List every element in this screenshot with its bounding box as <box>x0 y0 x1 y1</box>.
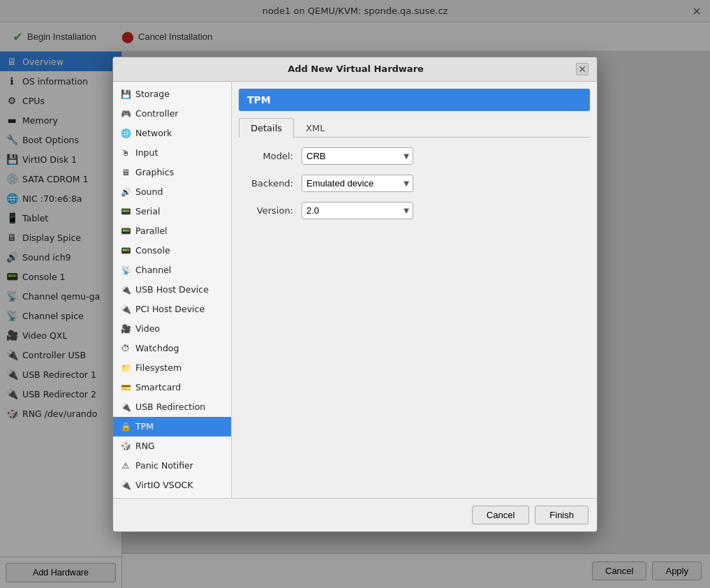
hw-icon-panic-notifier: ⚠ <box>120 460 131 471</box>
backend-row: Backend: Emulated device Passthrough dev… <box>239 175 590 192</box>
hw-item-parallel[interactable]: 📟Parallel <box>113 221 231 241</box>
hw-item-network[interactable]: 🌐Network <box>113 124 231 143</box>
hw-icon-rng: 🎲 <box>120 441 131 452</box>
hw-icon-video: 🎥 <box>120 323 131 335</box>
hw-label-virtio-vsock: VirtIO VSOCK <box>135 480 193 490</box>
hw-label-serial: Serial <box>135 206 160 216</box>
hw-item-pci-host-device[interactable]: 🔌PCI Host Device <box>113 300 231 319</box>
hw-item-rng[interactable]: 🎲RNG <box>113 436 231 456</box>
hw-item-virtio-vsock[interactable]: 🔌VirtIO VSOCK <box>113 476 231 495</box>
hw-icon-usb-host-device: 🔌 <box>120 284 131 295</box>
hw-item-storage[interactable]: 💾Storage <box>113 84 231 104</box>
hw-label-panic-notifier: Panic Notifier <box>135 460 193 471</box>
hardware-list: 💾Storage🎮Controller🌐Network🖱Input🖥Graphi… <box>113 82 232 498</box>
hw-icon-parallel: 📟 <box>120 226 131 237</box>
hw-label-video: Video <box>135 323 160 334</box>
model-select-wrapper: CRB TIS <box>302 147 413 165</box>
hw-label-input: Input <box>135 147 158 158</box>
hw-icon-storage: 💾 <box>120 89 131 100</box>
modal-title-bar: Add New Virtual Hardware ✕ <box>113 57 597 82</box>
modal-body: 💾Storage🎮Controller🌐Network🖱Input🖥Graphi… <box>113 82 597 498</box>
hw-label-smartcard: Smartcard <box>135 382 181 392</box>
selected-hw-header: TPM <box>239 89 590 111</box>
version-row: Version: 2.0 1.2 <box>239 202 590 219</box>
hw-icon-smartcard: 💳 <box>120 382 131 393</box>
hw-label-usb-host-device: USB Host Device <box>135 284 209 295</box>
hw-label-storage: Storage <box>135 89 170 99</box>
hw-label-console: Console <box>135 245 170 256</box>
hw-icon-console: 📟 <box>120 245 131 256</box>
hw-item-usb-redirection[interactable]: 🔌USB Redirection <box>113 397 231 417</box>
modal-finish-button[interactable]: Finish <box>535 506 589 524</box>
modal-title: Add New Virtual Hardware <box>135 64 576 74</box>
hw-icon-usb-redirection: 🔌 <box>120 402 131 413</box>
hw-icon-input: 🖱 <box>120 147 131 159</box>
backend-select-wrapper: Emulated device Passthrough device <box>302 175 413 192</box>
hw-item-smartcard[interactable]: 💳Smartcard <box>113 378 231 397</box>
hw-label-graphics: Graphics <box>135 167 174 177</box>
hw-item-filesystem[interactable]: 📁Filesystem <box>113 358 231 378</box>
hw-icon-network: 🌐 <box>120 128 131 139</box>
hw-item-usb-host-device[interactable]: 🔌USB Host Device <box>113 280 231 300</box>
hw-icon-filesystem: 📁 <box>120 362 131 374</box>
tab-xml[interactable]: XML <box>294 118 336 138</box>
hw-icon-sound: 🔊 <box>120 186 131 198</box>
hw-label-tpm: TPM <box>135 421 154 432</box>
version-select-wrapper: 2.0 1.2 <box>302 202 413 219</box>
hw-label-controller: Controller <box>135 108 179 119</box>
hw-label-channel: Channel <box>135 265 171 275</box>
hw-label-network: Network <box>135 128 172 138</box>
hw-icon-graphics: 🖥 <box>120 167 131 178</box>
hw-label-parallel: Parallel <box>135 226 168 236</box>
hw-label-usb-redirection: USB Redirection <box>135 402 205 412</box>
model-select[interactable]: CRB TIS <box>302 147 413 165</box>
modal-dialog: Add New Virtual Hardware ✕ 💾Storage🎮Cont… <box>112 57 598 532</box>
main-area: 🖥OverviewℹOS information⚙CPUs▬Memory🔧Boo… <box>0 52 710 588</box>
modal-overlay: Add New Virtual Hardware ✕ 💾Storage🎮Cont… <box>0 0 710 588</box>
version-select[interactable]: 2.0 1.2 <box>302 202 413 219</box>
hw-item-input[interactable]: 🖱Input <box>113 143 231 163</box>
hw-item-video[interactable]: 🎥Video <box>113 319 231 339</box>
hw-icon-controller: 🎮 <box>120 108 131 119</box>
modal-close-icon[interactable]: ✕ <box>576 63 589 75</box>
hw-item-serial[interactable]: 📟Serial <box>113 202 231 221</box>
model-label: Model: <box>239 151 302 161</box>
hw-label-filesystem: Filesystem <box>135 362 182 373</box>
backend-select[interactable]: Emulated device Passthrough device <box>302 175 413 192</box>
detail-panel: TPM DetailsXML Model: CRB TIS <box>232 82 597 498</box>
hw-item-tpm[interactable]: 🔒TPM <box>113 417 231 436</box>
hw-item-channel[interactable]: 📡Channel <box>113 260 231 280</box>
hw-icon-pci-host-device: 🔌 <box>120 304 131 315</box>
hw-item-sound[interactable]: 🔊Sound <box>113 182 231 202</box>
tab-details[interactable]: Details <box>239 118 294 138</box>
hw-item-graphics[interactable]: 🖥Graphics <box>113 163 231 182</box>
hw-item-watchdog[interactable]: ⏱Watchdog <box>113 339 231 358</box>
modal-footer: Cancel Finish <box>113 498 597 531</box>
hw-item-console[interactable]: 📟Console <box>113 241 231 260</box>
version-label: Version: <box>239 205 302 216</box>
hw-icon-serial: 📟 <box>120 206 131 217</box>
hw-icon-channel: 📡 <box>120 265 131 276</box>
hw-label-watchdog: Watchdog <box>135 343 179 353</box>
model-row: Model: CRB TIS <box>239 147 590 165</box>
hw-item-panic-notifier[interactable]: ⚠Panic Notifier <box>113 456 231 476</box>
backend-label: Backend: <box>239 178 302 189</box>
hw-label-sound: Sound <box>135 186 163 197</box>
tabs: DetailsXML <box>239 118 590 138</box>
hw-icon-watchdog: ⏱ <box>120 343 131 354</box>
hw-item-controller[interactable]: 🎮Controller <box>113 104 231 124</box>
hw-icon-tpm: 🔒 <box>120 421 131 432</box>
modal-cancel-button[interactable]: Cancel <box>472 506 529 524</box>
hw-label-rng: RNG <box>135 441 155 451</box>
hw-icon-virtio-vsock: 🔌 <box>120 480 131 491</box>
hw-label-pci-host-device: PCI Host Device <box>135 304 205 314</box>
